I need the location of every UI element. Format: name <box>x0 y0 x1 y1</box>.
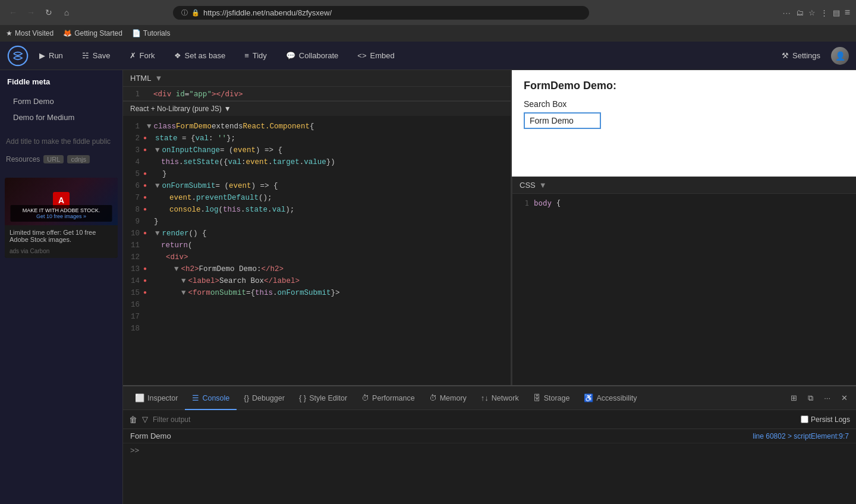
html-dropdown-arrow[interactable]: ▼ <box>155 74 162 83</box>
set-as-base-button[interactable]: ❖ Set as base <box>166 48 234 64</box>
console-chevron: >> <box>130 446 139 455</box>
tab-memory[interactable]: ⏱ Memory <box>422 387 474 410</box>
framework-bar: React + No-Library (pure JS) ▼ <box>123 101 511 116</box>
run-button[interactable]: ▶ Run <box>31 48 71 64</box>
devtools-undock-icon[interactable]: ⧉ <box>804 391 817 405</box>
storage-icon: 🗄 <box>533 393 541 402</box>
ad-container: A MAKE IT WITH ADOBE STOCK.Get 10 free i… <box>5 178 118 258</box>
devtools-layout-icon[interactable]: ⊞ <box>787 391 801 405</box>
persist-logs-label: Persist Logs <box>811 415 850 424</box>
star-icon[interactable]: ☆ <box>808 8 816 17</box>
sidebar-item-form-demo[interactable]: Form Demo <box>7 93 115 109</box>
bookmarks-bar: ★ Most Visited 🦊 Getting Started 📄 Tutor… <box>0 25 856 42</box>
preview-input[interactable] <box>524 112 601 129</box>
css-editor-header: CSS ▼ <box>512 177 856 194</box>
url-text: https://jsfiddle.net/nabendu/8zfysxew/ <box>203 8 332 17</box>
inspector-icon: ⬜ <box>135 393 144 402</box>
home-button[interactable]: ⌂ <box>59 5 74 20</box>
address-bar[interactable]: ⓘ 🔒 https://jsfiddle.net/nabendu/8zfysxe… <box>173 6 589 20</box>
bookmark-most-visited[interactable]: ★ Most Visited <box>6 29 54 37</box>
user-avatar[interactable]: 👤 <box>831 47 849 65</box>
ad-source: ads via Carbon <box>5 247 118 258</box>
tab-console[interactable]: ☰ Console <box>185 387 237 410</box>
bookmark-getting-started[interactable]: 🦊 Getting Started <box>63 29 122 37</box>
framework-dropdown-arrow[interactable]: ▼ <box>224 105 231 113</box>
debugger-icon: {} <box>244 393 249 402</box>
fork-button[interactable]: ✗ Fork <box>121 48 163 64</box>
lock-icon: 🔒 <box>191 9 200 17</box>
fox-icon: 🦊 <box>63 29 72 37</box>
html-code-area: 1 2 3 4 5 6 7 8 9 10 <box>123 116 511 385</box>
sidebar-resources: Resources URL cdnjs <box>0 150 122 173</box>
performance-icon: ⏱ <box>361 393 369 402</box>
preview-label: Search Box <box>524 99 844 109</box>
settings-button[interactable]: ⚒ Settings <box>773 48 829 64</box>
filter-icon[interactable]: ▽ <box>142 415 148 424</box>
tab-inspector[interactable]: ⬜ Inspector <box>128 387 185 410</box>
extensions-icon[interactable]: ⋮ <box>820 8 828 17</box>
css-code-area: 1 body { <box>512 194 856 385</box>
tab-storage[interactable]: 🗄 Storage <box>526 387 577 410</box>
html-editor: HTML ▼ 1 <div id="app"></div> React + No… <box>123 70 511 385</box>
css-dropdown-arrow[interactable]: ▼ <box>539 181 547 190</box>
more-icon[interactable]: ··· <box>783 8 791 17</box>
ad-text: Limited time offer: Get 10 free Adobe St… <box>5 225 118 247</box>
devtools-tabs: ⬜ Inspector ☰ Console {} Debugger { } <box>123 386 856 410</box>
devtools-close-icon[interactable]: ✕ <box>838 391 851 405</box>
devtools-toolbar: 🗑 ▽ Persist Logs <box>123 410 856 429</box>
filter-input[interactable] <box>153 415 796 424</box>
ad-image[interactable]: A MAKE IT WITH ADOBE STOCK.Get 10 free i… <box>5 178 118 225</box>
tab-performance[interactable]: ⏱ Performance <box>354 387 422 410</box>
sidebar: Fiddle meta Form Demo Demo for Medium Ad… <box>0 70 123 504</box>
browser-chrome: ← → ↻ ⌂ ⓘ 🔒 https://jsfiddle.net/nabendu… <box>0 0 856 42</box>
devtools: ⬜ Inspector ☰ Console {} Debugger { } <box>123 385 856 504</box>
url-badge[interactable]: URL <box>43 155 64 163</box>
resources-label: Resources URL cdnjs <box>6 155 117 163</box>
bookmark-tutorials[interactable]: 📄 Tutorials <box>132 29 171 37</box>
pocket-icon[interactable]: 🗂 <box>796 8 804 17</box>
embed-button[interactable]: <> Embed <box>349 48 402 64</box>
tidy-button[interactable]: ≡ Tidy <box>236 48 275 64</box>
log-location: line 60802 > scriptElement:9:7 <box>753 432 849 440</box>
css-editor: CSS ▼ 1 body { <box>512 177 856 385</box>
menu-icon[interactable]: ≡ <box>845 7 850 18</box>
avatar-image: 👤 <box>835 51 845 61</box>
fiddle-toolbar: ▶ Run ☵ Save ✗ Fork ❖ Set as base ≡ Tidy… <box>0 42 856 70</box>
html-editor-header: HTML ▼ <box>123 70 511 87</box>
preview-title: FormDemo Demo: <box>524 80 844 92</box>
log-text: Form Demo <box>130 431 171 440</box>
tab-accessibility[interactable]: ♿ Accessibility <box>577 387 644 410</box>
embed-icon: <> <box>357 51 366 60</box>
star-bookmark-icon: ★ <box>6 29 12 37</box>
collaborate-button[interactable]: 💬 Collaborate <box>278 48 347 64</box>
doc-icon: 📄 <box>132 29 141 37</box>
back-button[interactable]: ← <box>6 5 20 20</box>
persist-logs-checkbox[interactable] <box>801 415 808 423</box>
security-icon: ⓘ <box>181 8 188 17</box>
nav-buttons: ← → ↻ ⌂ <box>6 5 74 20</box>
forward-button[interactable]: → <box>24 5 38 20</box>
tidy-icon: ≡ <box>244 51 249 60</box>
tab-style-editor[interactable]: { } Style Editor <box>292 387 354 410</box>
right-panel: FormDemo Demo: Search Box CSS ▼ <box>511 70 856 385</box>
memory-icon: ⏱ <box>429 393 437 402</box>
devtools-actions: ⊞ ⧉ ··· ✕ <box>787 391 851 405</box>
refresh-button[interactable]: ↻ <box>42 5 56 20</box>
accessibility-icon: ♿ <box>584 393 593 402</box>
persist-logs-container: Persist Logs <box>801 415 850 424</box>
style-editor-icon: { } <box>299 393 306 402</box>
sidebar-item-demo-medium[interactable]: Demo for Medium <box>7 109 115 125</box>
console-log-row: Form Demo line 60802 > scriptElement:9:7 <box>123 429 856 443</box>
save-button[interactable]: ☵ Save <box>74 48 119 64</box>
browser-toolbar: ← → ↻ ⌂ ⓘ 🔒 https://jsfiddle.net/nabendu… <box>0 0 856 25</box>
devtools-more-icon[interactable]: ··· <box>820 391 834 405</box>
sidebar-toggle-icon[interactable]: ▤ <box>833 8 840 17</box>
run-icon: ▶ <box>39 51 45 60</box>
tab-debugger[interactable]: {} Debugger <box>237 387 292 410</box>
main-layout: Fiddle meta Form Demo Demo for Medium Ad… <box>0 70 856 504</box>
tab-network[interactable]: ↑↓ Network <box>474 387 526 410</box>
clear-console-icon[interactable]: 🗑 <box>129 415 137 424</box>
sidebar-meta-title: Fiddle meta <box>7 77 115 86</box>
cdnjs-badge[interactable]: cdnjs <box>67 155 90 163</box>
fork-icon: ✗ <box>130 51 136 60</box>
